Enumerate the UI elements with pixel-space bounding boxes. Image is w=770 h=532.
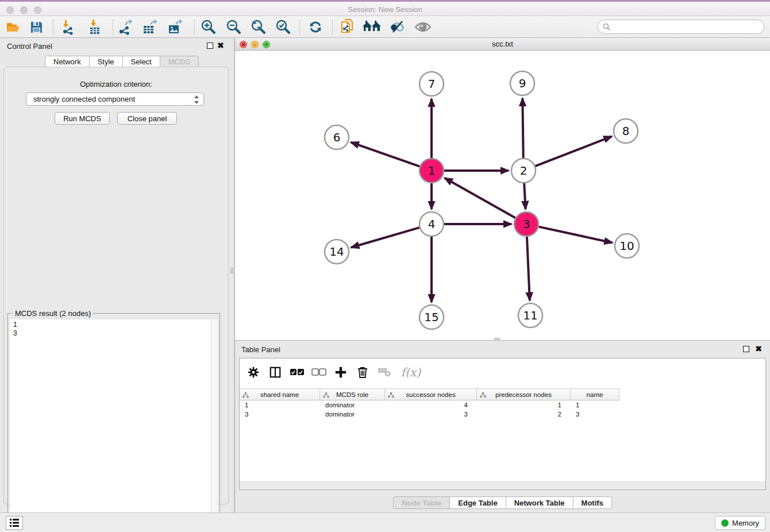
table-panel: Table Panel ✖ (235, 340, 770, 512)
import-network-button[interactable] (58, 18, 78, 36)
zoom-in-icon (200, 19, 216, 35)
node-table-container: f(x) shared nameMCDS rolesuccessor nodes… (239, 358, 766, 490)
cell-shared-name[interactable]: 3 (240, 410, 320, 419)
node-11[interactable]: 11 (518, 303, 542, 327)
cell-MCDS-role[interactable]: dominator (320, 401, 385, 410)
cell-shared-name[interactable]: 1 (240, 401, 320, 410)
cell-name[interactable]: 1 (571, 401, 619, 410)
run-mcds-button[interactable]: Run MCDS (55, 112, 110, 125)
zoom-out-icon (225, 19, 241, 35)
table-row[interactable]: 1dominator411 (240, 401, 619, 410)
zoom-selected-button[interactable] (273, 18, 292, 36)
memory-button[interactable]: Memory (715, 516, 765, 530)
svg-text:2: 2 (520, 164, 528, 178)
edge-2-3[interactable] (524, 183, 525, 209)
edge-2-9[interactable] (522, 98, 523, 158)
mcds-result-text[interactable]: 1 3 (10, 319, 211, 530)
edge-2-8[interactable] (536, 136, 612, 166)
edge-1-6[interactable] (351, 142, 420, 167)
tab-network-table[interactable]: Network Table (506, 496, 573, 509)
refresh-button[interactable] (306, 18, 325, 36)
table-settings-button[interactable] (245, 364, 261, 380)
export-network-button[interactable] (116, 18, 135, 36)
duplicate-network-button[interactable] (338, 18, 357, 36)
export-table-button[interactable] (140, 18, 160, 36)
show-panels-button[interactable] (413, 18, 433, 36)
tab-mcds[interactable]: MCDS (160, 56, 199, 67)
cell-successor-nodes[interactable]: 3 (385, 410, 477, 419)
cell-MCDS-role[interactable]: dominator (320, 410, 385, 419)
eye-icon (414, 20, 432, 34)
home-button[interactable] (362, 18, 382, 36)
close-table-panel-icon[interactable]: ✖ (755, 346, 762, 352)
list-icon (9, 518, 20, 527)
tab-select[interactable]: Select (123, 56, 160, 67)
cell-predecessor-nodes[interactable]: 2 (477, 410, 571, 419)
node-7[interactable]: 7 (419, 72, 444, 96)
result-scrollbar[interactable] (211, 319, 218, 530)
node-8[interactable]: 8 (614, 119, 638, 143)
node-14[interactable]: 14 (325, 240, 349, 264)
edge-3-1[interactable] (445, 178, 515, 218)
zoom-out-button[interactable] (224, 18, 243, 36)
column-header-name[interactable]: name (571, 388, 619, 400)
save-session-button[interactable] (26, 18, 46, 36)
tab-edge-table[interactable]: Edge Table (450, 496, 506, 509)
delete-table-icon (378, 367, 391, 377)
function-builder-button[interactable]: f(x) (398, 364, 424, 380)
node-9[interactable]: 9 (510, 71, 534, 95)
deselect-all-button[interactable] (311, 364, 327, 380)
tab-network[interactable]: Network (45, 56, 90, 67)
svg-text:15: 15 (424, 310, 438, 324)
export-image-button[interactable] (165, 18, 185, 36)
node-3[interactable]: 3 (514, 212, 538, 236)
column-header-MCDS-role[interactable]: MCDS role (320, 388, 385, 400)
tab-style[interactable]: Style (90, 56, 123, 67)
zoom-selected-icon (275, 19, 291, 35)
import-network-icon (60, 19, 76, 35)
show-columns-button[interactable] (267, 364, 283, 380)
table-horizontal-scrollbar[interactable] (240, 481, 765, 489)
search-input[interactable] (598, 20, 764, 34)
delete-column-button[interactable] (355, 364, 371, 380)
create-column-button[interactable] (333, 364, 349, 380)
delete-table-button[interactable] (376, 364, 392, 380)
tab-motifs[interactable]: Motifs (573, 496, 612, 509)
edge-4-14[interactable] (351, 228, 419, 248)
column-label: successor nodes (406, 391, 455, 398)
edge-3-10[interactable] (538, 227, 612, 243)
column-header-successor-nodes[interactable]: successor nodes (385, 388, 477, 400)
float-table-panel-icon[interactable] (743, 346, 749, 352)
criterion-select[interactable]: strongly connected component (26, 92, 204, 106)
node-6[interactable]: 6 (325, 125, 349, 149)
column-header-shared-name[interactable]: shared name (240, 388, 320, 400)
network-graph-canvas[interactable]: 1234678910111415 (235, 51, 770, 340)
node-4[interactable]: 4 (419, 212, 444, 236)
hide-panels-button[interactable] (387, 18, 407, 36)
node-1[interactable]: 1 (419, 159, 444, 183)
svg-text:3: 3 (523, 217, 530, 231)
zoom-fit-button[interactable] (248, 18, 268, 36)
trash-icon (357, 366, 368, 379)
zoom-in-button[interactable] (198, 18, 218, 36)
select-all-button[interactable] (289, 364, 305, 380)
open-session-button[interactable] (3, 18, 23, 36)
import-table-button[interactable] (85, 18, 105, 36)
cell-predecessor-nodes[interactable]: 1 (477, 401, 571, 410)
main-toolbar (0, 16, 770, 38)
node-10[interactable]: 10 (615, 234, 639, 258)
task-history-button[interactable] (6, 516, 23, 530)
close-panel-button[interactable]: Close panel (117, 112, 177, 125)
tab-node-table[interactable]: Node Table (393, 496, 450, 509)
node-15[interactable]: 15 (419, 305, 444, 329)
import-table-icon (87, 19, 103, 35)
column-header-predecessor-nodes[interactable]: predecessor nodes (477, 388, 571, 400)
edge-3-11[interactable] (527, 237, 530, 300)
cell-successor-nodes[interactable]: 4 (385, 401, 477, 410)
svg-text:8: 8 (622, 124, 630, 138)
float-panel-icon[interactable] (207, 43, 213, 49)
node-2[interactable]: 2 (511, 159, 536, 183)
table-row[interactable]: 3dominator323 (240, 410, 619, 419)
cell-name[interactable]: 3 (571, 410, 619, 419)
close-panel-icon[interactable]: ✖ (217, 43, 224, 49)
